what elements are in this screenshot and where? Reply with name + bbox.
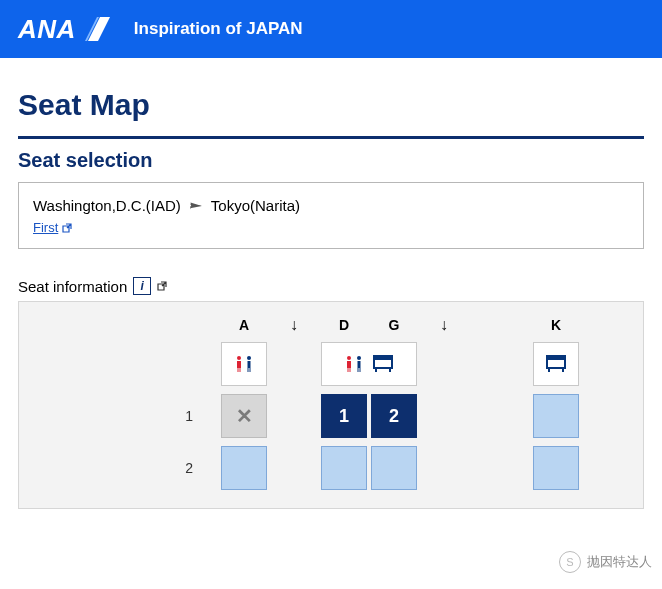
brand-swoosh-icon <box>82 15 116 43</box>
svg-rect-23 <box>547 356 565 360</box>
external-link-icon <box>62 223 72 233</box>
svg-rect-17 <box>360 368 361 372</box>
svg-point-14 <box>357 356 361 360</box>
col-label-D: D <box>339 317 349 333</box>
external-link-icon <box>157 281 167 291</box>
seat-1G-selected[interactable]: 2 <box>371 394 417 438</box>
seat-2A[interactable] <box>221 446 267 490</box>
svg-rect-11 <box>347 361 351 368</box>
lavatory-icon <box>221 342 267 386</box>
svg-rect-16 <box>358 368 359 372</box>
row-label-2: 2 <box>185 460 219 476</box>
svg-point-6 <box>247 356 251 360</box>
brand-logo[interactable]: ANA <box>18 14 116 45</box>
svg-point-10 <box>347 356 351 360</box>
seat-1D-selected[interactable]: 1 <box>321 394 367 438</box>
aisle-arrow-icon: ↓ <box>290 316 298 334</box>
svg-rect-12 <box>348 368 349 372</box>
route-card: Washington,D.C.(IAD) Tokyo(Narita) First <box>18 182 644 249</box>
brand-tagline: Inspiration of JAPAN <box>134 19 303 39</box>
cabin-link[interactable]: First <box>33 220 72 235</box>
top-bar: ANA Inspiration of JAPAN <box>0 0 662 58</box>
svg-rect-3 <box>237 361 241 368</box>
lavatory-galley-icon <box>321 342 417 386</box>
route-line: Washington,D.C.(IAD) Tokyo(Narita) <box>33 197 629 214</box>
aisle-arrow-icon: ↓ <box>440 316 448 334</box>
cabin-label: First <box>33 220 58 235</box>
col-label-G: G <box>389 317 400 333</box>
svg-rect-8 <box>248 368 249 372</box>
info-icon: i <box>133 277 151 295</box>
svg-rect-7 <box>248 361 251 368</box>
seat-2G[interactable] <box>371 446 417 490</box>
seat-information-link[interactable]: Seat information i <box>18 277 644 295</box>
seat-selection-heading: Seat selection <box>18 149 644 172</box>
page-title: Seat Map <box>18 88 644 122</box>
svg-rect-15 <box>358 361 361 368</box>
plane-icon <box>189 199 203 213</box>
seat-2D[interactable] <box>321 446 367 490</box>
seat-1A-unavailable: ✕ <box>221 394 267 438</box>
svg-rect-5 <box>240 368 241 372</box>
svg-point-2 <box>237 356 241 360</box>
svg-rect-13 <box>350 368 351 372</box>
seat-1K[interactable] <box>533 394 579 438</box>
brand-name: ANA <box>18 14 76 45</box>
destination-text: Tokyo(Narita) <box>211 197 300 214</box>
seat-2K[interactable] <box>533 446 579 490</box>
divider <box>18 136 644 139</box>
col-label-A: A <box>239 317 249 333</box>
svg-rect-4 <box>238 368 239 372</box>
svg-rect-9 <box>250 368 251 372</box>
galley-icon <box>533 342 579 386</box>
col-label-K: K <box>551 317 561 333</box>
origin-text: Washington,D.C.(IAD) <box>33 197 181 214</box>
svg-rect-19 <box>374 356 392 360</box>
seat-map-panel: A ↓ D G ↓ K <box>18 301 644 509</box>
seat-info-label: Seat information <box>18 278 127 295</box>
row-label-1: 1 <box>185 408 219 424</box>
